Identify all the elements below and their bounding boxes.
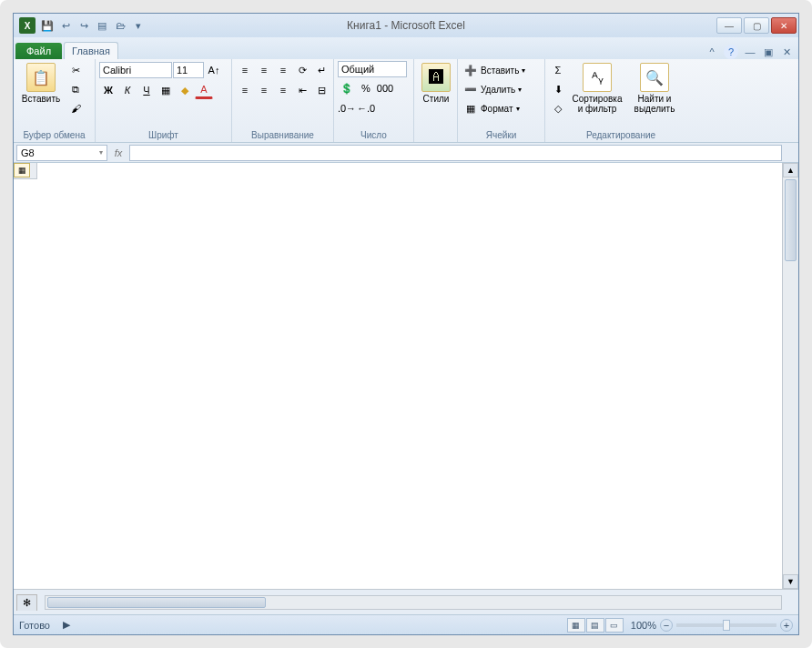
align-top-icon[interactable]: ≡	[236, 61, 254, 79]
italic-button[interactable]: К	[118, 81, 137, 99]
font-name-combo[interactable]: Calibri	[99, 62, 172, 78]
formula-bar: G8▾ fx	[14, 143, 798, 163]
workbook-restore-icon[interactable]: ▣	[762, 46, 775, 58]
fill-color-button[interactable]: ◆	[176, 81, 194, 99]
group-number-label: Число	[338, 129, 410, 142]
maximize-button[interactable]: ▢	[744, 17, 769, 34]
format-painter-button[interactable]: 🖌	[66, 99, 85, 117]
number-format-combo[interactable]: Общий	[338, 61, 407, 77]
decrease-decimal-icon[interactable]: ←.0	[357, 99, 375, 117]
view-normal-icon[interactable]: ▦	[567, 618, 585, 633]
view-pagebreak-icon[interactable]: ▭	[605, 618, 624, 633]
minimize-button[interactable]: —	[716, 17, 742, 34]
font-color-button[interactable]: A	[195, 81, 213, 99]
styles-button[interactable]: 🅰 Стили	[418, 61, 454, 106]
merge-icon[interactable]: ⊟	[312, 81, 330, 99]
app-window: X 💾 ↩ ↪ ▤ 🗁 ▾ Книга1 - Microsoft Excel —…	[13, 13, 799, 635]
group-cells-label: Ячейки	[462, 129, 541, 142]
qat-more[interactable]: ▾	[130, 17, 147, 34]
align-bottom-icon[interactable]: ≡	[274, 61, 292, 79]
help-icon[interactable]: ?	[724, 45, 738, 59]
excel-icon: X	[19, 17, 36, 34]
sort-filter-button[interactable]: ᴬᵧ Сортировка и фильтр	[569, 61, 625, 116]
zoom-in-icon[interactable]: +	[780, 619, 793, 632]
status-bar: Готово ▶ ▦ ▤ ▭ 100% − +	[14, 614, 798, 634]
wrap-text-icon[interactable]: ↵	[312, 61, 330, 79]
cells-insert-button[interactable]: ➕Вставить▾	[462, 61, 525, 79]
percent-icon[interactable]: %	[357, 79, 375, 97]
group-font-label: Шрифт	[99, 129, 228, 142]
zoom-slider-knob[interactable]	[723, 620, 730, 631]
qat-undo[interactable]: ↩	[57, 17, 74, 34]
increase-decimal-icon[interactable]: .0→	[338, 99, 356, 117]
group-edit-label: Редактирование	[549, 129, 693, 142]
clear-icon[interactable]: ◇	[549, 99, 567, 117]
qat-redo[interactable]: ↪	[76, 17, 92, 34]
column-headers	[37, 163, 782, 179]
insert-cells-icon: ➕	[462, 61, 480, 79]
styles-icon: 🅰	[421, 63, 451, 92]
zoom-slider[interactable]	[676, 623, 776, 627]
workbook-close-icon[interactable]: ✕	[780, 46, 793, 58]
scroll-down-icon[interactable]: ▼	[783, 574, 798, 589]
cells-delete-button[interactable]: ➖Удалить▾	[462, 80, 522, 98]
bold-button[interactable]: Ж	[99, 81, 117, 99]
orientation-icon[interactable]: ⟳	[293, 61, 311, 79]
tab-0[interactable]: Главная	[64, 42, 118, 59]
group-clipboard-label: Буфер обмена	[17, 129, 91, 142]
qat-open-icon[interactable]: 🗁	[112, 17, 128, 34]
cut-button[interactable]: ✂	[66, 61, 85, 79]
hscroll-thumb[interactable]	[47, 597, 266, 608]
tab-file[interactable]: Файл	[15, 43, 62, 59]
ribbon-tabs: Файл Главная ^ ? — ▣ ✕	[14, 37, 798, 59]
paste-button[interactable]: 📋 Вставить	[17, 61, 65, 106]
fill-icon[interactable]: ⬇	[549, 80, 567, 98]
autofill-options-icon[interactable]: ▦	[14, 163, 30, 177]
fx-icon[interactable]: fx	[107, 147, 129, 158]
scroll-up-icon[interactable]: ▲	[783, 163, 798, 177]
qat-new-icon[interactable]: ▤	[94, 17, 110, 34]
clipboard-icon: 📋	[26, 63, 56, 92]
align-middle-icon[interactable]: ≡	[255, 61, 273, 79]
comma-icon[interactable]: 000	[376, 79, 394, 97]
zoom-level[interactable]: 100%	[631, 620, 656, 631]
close-button[interactable]: ✕	[771, 17, 797, 34]
macro-record-icon[interactable]: ▶	[57, 616, 76, 634]
name-box[interactable]: G8▾	[16, 145, 107, 161]
workbook-minimize-icon[interactable]: —	[744, 46, 756, 58]
status-ready: Готово	[19, 620, 50, 631]
quick-access-toolbar: 💾 ↩ ↪ ▤ 🗁 ▾	[39, 17, 147, 34]
font-size-combo[interactable]: 11	[173, 62, 204, 78]
group-align-label: Выравнивание	[236, 129, 330, 142]
align-center-icon[interactable]: ≡	[255, 81, 273, 99]
find-icon: 🔍	[640, 63, 669, 92]
indent-dec-icon[interactable]: ⇤	[293, 81, 311, 99]
worksheet-grid[interactable]: ▦ ▲ ▼ ✻	[14, 163, 798, 614]
sort-filter-icon: ᴬᵧ	[583, 63, 612, 92]
vertical-scrollbar[interactable]: ▲ ▼	[782, 163, 798, 589]
zoom-out-icon[interactable]: −	[660, 619, 673, 632]
row-headers	[14, 179, 37, 589]
new-sheet-button[interactable]: ✻	[16, 594, 37, 611]
align-left-icon[interactable]: ≡	[236, 81, 254, 99]
currency-icon[interactable]: 💲	[338, 79, 356, 97]
ribbon-minimize-icon[interactable]: ^	[705, 46, 718, 58]
copy-button[interactable]: ⧉	[66, 80, 85, 98]
cells-area[interactable]	[37, 179, 782, 589]
qat-save[interactable]: 💾	[39, 17, 56, 34]
underline-button[interactable]: Ч	[137, 81, 156, 99]
ribbon: 📋 Вставить ✂ ⧉ 🖌 Буфер обмена Calibri 11…	[14, 59, 798, 143]
formula-input[interactable]	[129, 145, 782, 161]
align-right-icon[interactable]: ≡	[274, 81, 292, 99]
sheet-tab-bar: ✻	[14, 589, 798, 614]
delete-cells-icon: ➖	[462, 80, 480, 98]
horizontal-scrollbar[interactable]	[45, 595, 782, 610]
autosum-icon[interactable]: Σ	[549, 61, 567, 79]
find-select-button[interactable]: 🔍 Найти и выделить	[627, 61, 682, 116]
border-button[interactable]: ▦	[157, 81, 175, 99]
view-layout-icon[interactable]: ▤	[586, 618, 604, 633]
increase-font-icon[interactable]: A↑	[205, 61, 223, 79]
cells-format-button[interactable]: ▦Формат▾	[462, 99, 520, 117]
group-styles-label	[418, 139, 453, 142]
vscroll-thumb[interactable]	[785, 179, 797, 261]
